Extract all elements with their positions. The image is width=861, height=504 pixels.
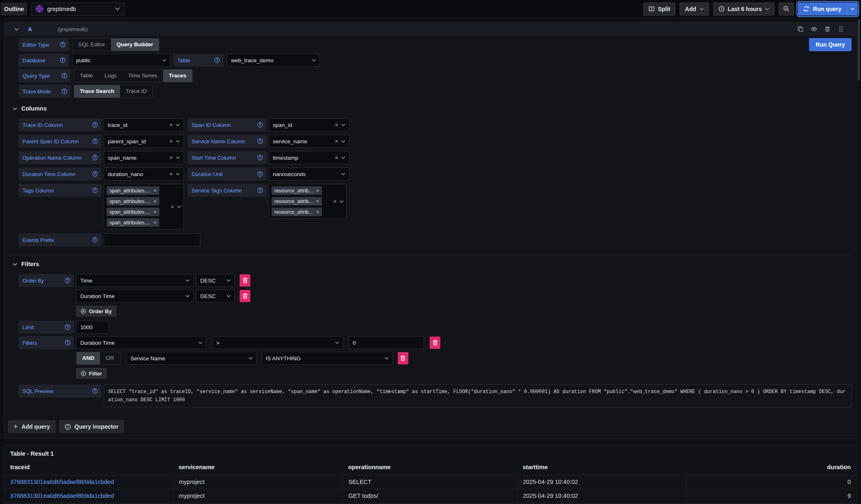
clear-icon[interactable]: × — [169, 138, 173, 145]
parent-span-id-column-select[interactable]: parent_span_id× — [104, 135, 184, 148]
filter-field-select[interactable]: Duration Time — [76, 336, 206, 349]
remove-chip-icon[interactable]: × — [153, 198, 156, 204]
events-prefix-input[interactable] — [104, 233, 200, 246]
info-icon[interactable] — [61, 88, 67, 94]
editor-type-sql-editor[interactable]: SQL Editor — [73, 38, 111, 51]
filter-operator-select[interactable]: > — [212, 336, 343, 349]
column-header-duration[interactable]: duration — [686, 462, 856, 475]
filter-field-select[interactable]: Service Name — [127, 352, 257, 365]
add-filter-button[interactable]: Filter — [76, 368, 106, 379]
time-range-picker[interactable]: Last 6 hours — [713, 2, 775, 16]
run-query-button[interactable]: Run query — [798, 2, 847, 16]
hide-response-eye-icon[interactable] — [811, 26, 817, 32]
duration-time-column-select[interactable]: duration_nano× — [104, 167, 184, 181]
trace-id-link[interactable]: 3768831301ea0d65adaef8b9da1cbded — [10, 479, 114, 485]
filter-operator-select[interactable]: IS ANYTHING — [262, 352, 393, 365]
clear-icon[interactable]: × — [335, 138, 338, 145]
remove-filter-button[interactable] — [398, 352, 408, 364]
remove-order-by-button[interactable] — [240, 290, 250, 302]
query-type-traces[interactable]: Traces — [163, 70, 192, 82]
limit-input[interactable] — [76, 321, 109, 334]
clear-icon[interactable]: × — [169, 170, 173, 177]
clear-icon[interactable]: × — [169, 121, 173, 128]
filter-value-input[interactable] — [349, 336, 424, 349]
info-icon[interactable] — [61, 73, 67, 79]
trace-id-link[interactable]: 3768831301ea0d65adaef8b9da1cbded — [10, 493, 114, 499]
drag-handle-icon[interactable] — [838, 26, 844, 32]
service-tag-chip[interactable]: resource_attrib...× — [272, 208, 322, 216]
clear-icon[interactable]: × — [169, 154, 173, 161]
info-icon[interactable] — [214, 57, 220, 63]
service-tag-chip[interactable]: resource_attrib...× — [272, 197, 322, 206]
query-row-header[interactable]: A (greptimedb) — [5, 23, 856, 36]
datasource-picker[interactable]: greptimedb — [31, 2, 125, 16]
service-tag-chip[interactable]: resource_attrib...× — [272, 186, 322, 195]
column-header-traceid[interactable]: traceid — [5, 462, 173, 475]
info-icon[interactable] — [257, 122, 263, 128]
column-header-operationname[interactable]: operationname — [342, 462, 517, 475]
clear-all-icon[interactable]: × — [170, 203, 174, 210]
order-by-field-select[interactable]: Time — [76, 274, 194, 287]
info-icon[interactable] — [92, 122, 98, 128]
info-icon[interactable] — [257, 188, 263, 193]
order-by-field-select[interactable]: Duration Time — [76, 289, 194, 303]
info-icon[interactable] — [92, 171, 98, 177]
filter-logic-and[interactable]: AND — [77, 352, 100, 364]
panel-run-query-button[interactable]: Run Query — [809, 38, 852, 51]
tag-chip[interactable]: span_attributes....× — [106, 218, 159, 227]
info-icon[interactable] — [60, 42, 66, 47]
outline-button[interactable]: Outline — [1, 2, 27, 16]
start-time-column-select[interactable]: timestamp× — [269, 151, 349, 164]
duration-unit-select[interactable]: nanoseconds — [269, 167, 349, 181]
remove-filter-button[interactable] — [430, 337, 440, 349]
add-button[interactable]: Add — [680, 2, 709, 16]
editor-type-query-builder[interactable]: Query Builder — [111, 38, 159, 51]
info-icon[interactable] — [65, 340, 70, 346]
tag-chip[interactable]: span_attributes....× — [106, 186, 159, 195]
info-icon[interactable] — [92, 237, 98, 243]
tag-chip[interactable]: span_attributes....× — [106, 208, 159, 216]
remove-chip-icon[interactable]: × — [316, 209, 319, 215]
order-by-direction-select[interactable]: DESC — [196, 274, 235, 287]
info-icon[interactable] — [257, 155, 263, 160]
query-type-time-series[interactable]: Time Series — [122, 70, 163, 82]
info-icon[interactable] — [257, 138, 263, 144]
remove-chip-icon[interactable]: × — [316, 198, 319, 204]
tags-column-multiselect[interactable]: span_attributes....× span_attributes....… — [104, 184, 184, 229]
filter-logic-or[interactable]: OR — [100, 352, 120, 364]
service-tags-column-multiselect[interactable]: resource_attrib...× resource_attrib...× … — [269, 184, 347, 219]
trace-id-column-select[interactable]: trace_id× — [104, 118, 184, 131]
info-icon[interactable] — [65, 278, 70, 283]
collapse-chevron-icon[interactable] — [14, 28, 19, 31]
split-button[interactable]: Split — [643, 2, 675, 16]
add-order-by-button[interactable]: Order By — [76, 306, 116, 316]
tag-chip[interactable]: span_attributes....× — [106, 197, 159, 206]
clear-icon[interactable]: × — [335, 121, 338, 128]
scrollbar-thumb[interactable] — [858, 20, 860, 81]
service-name-column-select[interactable]: service_name× — [269, 135, 349, 148]
remove-chip-icon[interactable]: × — [153, 219, 156, 226]
query-type-table[interactable]: Table — [74, 70, 99, 82]
span-id-column-select[interactable]: span_id× — [269, 118, 349, 131]
info-icon[interactable] — [65, 324, 70, 330]
table-select[interactable]: web_trace_demo — [227, 54, 320, 67]
trace-mode-trace-search[interactable]: Trace Search — [74, 85, 120, 97]
zoom-out-time-button[interactable] — [779, 2, 794, 16]
run-query-options-button[interactable] — [847, 2, 858, 16]
order-by-direction-select[interactable]: DESC — [196, 289, 235, 303]
filters-section-header[interactable]: Filters — [13, 261, 852, 267]
remove-chip-icon[interactable]: × — [316, 188, 319, 194]
info-icon[interactable] — [92, 138, 98, 144]
column-header-servicename[interactable]: servicename — [173, 462, 342, 475]
duplicate-query-icon[interactable] — [797, 26, 804, 32]
remove-chip-icon[interactable]: × — [153, 209, 156, 215]
clear-all-icon[interactable]: × — [333, 198, 337, 205]
query-type-logs[interactable]: Logs — [99, 70, 122, 82]
clear-icon[interactable]: × — [335, 154, 338, 161]
database-select[interactable]: public — [72, 54, 170, 67]
remove-order-by-button[interactable] — [240, 274, 250, 287]
info-icon[interactable] — [92, 388, 98, 394]
add-query-button[interactable]: + Add query — [8, 420, 55, 433]
trace-mode-trace-id[interactable]: Trace ID — [120, 85, 152, 97]
info-icon[interactable] — [60, 57, 66, 63]
